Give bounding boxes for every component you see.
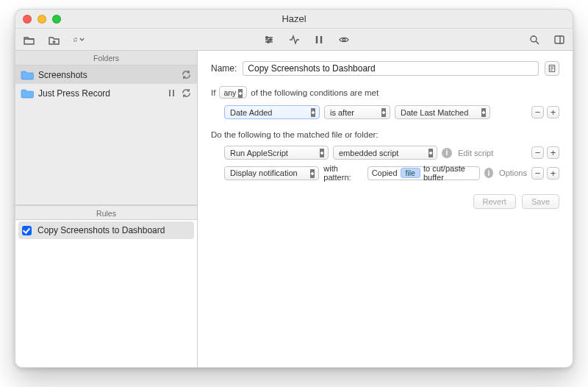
footer-buttons: Revert Save: [211, 194, 559, 209]
cond-prefix: If: [211, 88, 215, 97]
window-controls: [23, 15, 61, 24]
cond-match-mode-popup[interactable]: any: [219, 86, 247, 99]
cond-suffix: of the following conditions are met: [251, 88, 379, 97]
folder-icon: [21, 88, 34, 99]
folders-header: Folders: [15, 51, 197, 65]
folder-row-just-press-record[interactable]: Just Press Record: [15, 84, 197, 102]
action-row-2: Display notification with pattern: Copie…: [224, 162, 559, 184]
cond-value-popup[interactable]: Date Last Matched: [395, 105, 490, 119]
zoom-window-button[interactable]: [52, 15, 61, 24]
rules-section: Copy Screenshots to Dashboard: [15, 220, 197, 367]
eye-icon[interactable]: [338, 34, 350, 46]
action-remove-button[interactable]: −: [531, 146, 544, 159]
window-title: Hazel: [282, 13, 306, 24]
rule-detail-pane: Name: If any of the following conditions…: [198, 51, 573, 367]
action-add-button[interactable]: +: [547, 146, 559, 159]
folder-name: Just Press Record: [38, 88, 164, 99]
sidebar-toggle-icon[interactable]: [553, 34, 565, 46]
conditions-sentence: If any of the following conditions are m…: [211, 86, 379, 99]
rule-row[interactable]: Copy Screenshots to Dashboard: [18, 221, 194, 239]
close-window-button[interactable]: [23, 15, 32, 24]
sidebar: Folders Screenshots Just Press Record: [15, 51, 198, 367]
action-verb-popup[interactable]: Run AppleScript: [224, 146, 329, 160]
pattern-text-before: Copied: [372, 168, 398, 177]
folder-icon: [21, 70, 34, 80]
rule-note-button[interactable]: [545, 61, 559, 76]
info-icon[interactable]: i: [484, 168, 493, 178]
pattern-text-after: to cut/paste buffer: [423, 164, 476, 182]
folder-name: Screenshots: [38, 70, 176, 80]
rule-name-input[interactable]: [243, 61, 539, 76]
pause-icon[interactable]: [313, 34, 325, 46]
folder-status-running-icon[interactable]: [181, 69, 192, 80]
name-label: Name:: [211, 63, 237, 74]
titlebar: Hazel: [15, 10, 573, 29]
cond-op-popup[interactable]: is after: [324, 105, 390, 119]
folder-open-icon[interactable]: [23, 34, 35, 46]
sliders-icon[interactable]: [263, 34, 275, 46]
rule-name: Copy Screenshots to Dashboard: [37, 225, 165, 235]
cond-remove-button[interactable]: −: [531, 106, 544, 118]
pattern-token-file[interactable]: file: [401, 168, 420, 178]
app-window: Hazel Folders Scr: [15, 9, 573, 368]
actions-header: Do the following to the matched file or …: [211, 130, 559, 139]
revert-button[interactable]: Revert: [473, 194, 516, 209]
action-arg-popup[interactable]: embedded script: [333, 146, 437, 160]
rules-header: Rules: [15, 205, 197, 220]
action-row-1: Run AppleScript embedded script i Edit s…: [224, 143, 559, 162]
toolbar: [15, 29, 573, 51]
folder-row-screenshots[interactable]: Screenshots: [15, 65, 197, 84]
action-add-button[interactable]: +: [547, 167, 559, 180]
action-hint[interactable]: Edit script: [458, 149, 493, 157]
folders-section: Folders Screenshots Just Press Record: [15, 51, 197, 205]
folder-status-paused-icon: [168, 89, 175, 97]
action-hint[interactable]: Options: [499, 168, 527, 177]
folder-sync-icon[interactable]: [181, 88, 192, 99]
cond-add-button[interactable]: +: [547, 106, 559, 118]
rule-enabled-checkbox[interactable]: [22, 226, 32, 235]
action-remove-button[interactable]: −: [531, 167, 544, 180]
minimize-window-button[interactable]: [37, 15, 46, 24]
cond-attr-popup[interactable]: Date Added: [224, 105, 320, 119]
content-area: Folders Screenshots Just Press Record: [15, 51, 573, 367]
save-button[interactable]: Save: [522, 194, 559, 209]
search-icon[interactable]: [528, 34, 540, 46]
activity-icon[interactable]: [288, 34, 300, 46]
sync-menu-icon[interactable]: [73, 34, 85, 46]
condition-row: Date Added is after Date Last Matched − …: [224, 103, 559, 121]
info-icon[interactable]: i: [442, 148, 452, 158]
rules-list: Copy Screenshots to Dashboard: [15, 220, 197, 367]
pattern-label: with pattern:: [323, 164, 362, 182]
pattern-field[interactable]: Copied file to cut/paste buffer: [368, 166, 480, 180]
action-verb-popup[interactable]: Display notification: [224, 166, 319, 180]
folder-add-icon[interactable]: [48, 34, 60, 46]
